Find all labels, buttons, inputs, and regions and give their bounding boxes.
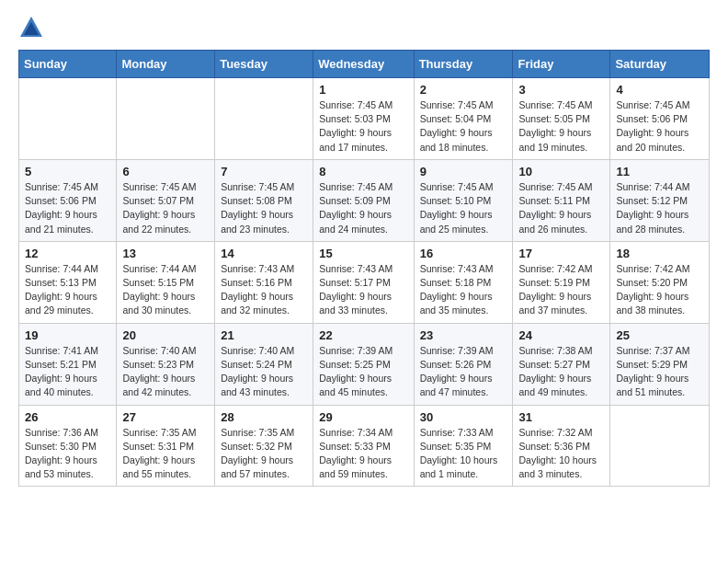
day-detail: Sunrise: 7:35 AM Sunset: 5:32 PM Dayligh… bbox=[221, 426, 307, 482]
day-detail: Sunrise: 7:45 AM Sunset: 5:05 PM Dayligh… bbox=[518, 98, 604, 155]
calendar-cell: 1Sunrise: 7:45 AM Sunset: 5:03 PM Daylig… bbox=[313, 78, 414, 160]
day-number: 22 bbox=[319, 328, 407, 342]
calendar-cell: 18Sunrise: 7:42 AM Sunset: 5:20 PM Dayli… bbox=[610, 241, 710, 323]
day-number: 6 bbox=[122, 165, 209, 178]
logo-icon bbox=[18, 15, 44, 40]
day-detail: Sunrise: 7:40 AM Sunset: 5:24 PM Dayligh… bbox=[221, 344, 307, 400]
day-number: 25 bbox=[616, 328, 703, 342]
day-detail: Sunrise: 7:39 AM Sunset: 5:26 PM Dayligh… bbox=[420, 344, 507, 400]
day-number: 8 bbox=[319, 165, 407, 178]
day-number: 26 bbox=[25, 410, 110, 424]
day-number: 31 bbox=[518, 410, 604, 424]
calendar-cell: 3Sunrise: 7:45 AM Sunset: 5:05 PM Daylig… bbox=[513, 78, 610, 160]
logo-block bbox=[18, 15, 46, 40]
day-number: 21 bbox=[221, 328, 307, 342]
day-number: 18 bbox=[616, 247, 703, 260]
calendar-cell: 15Sunrise: 7:43 AM Sunset: 5:17 PM Dayli… bbox=[313, 241, 414, 323]
day-detail: Sunrise: 7:40 AM Sunset: 5:23 PM Dayligh… bbox=[122, 344, 209, 400]
calendar-week-5: 26Sunrise: 7:36 AM Sunset: 5:30 PM Dayli… bbox=[19, 405, 710, 487]
calendar-cell: 16Sunrise: 7:43 AM Sunset: 5:18 PM Dayli… bbox=[414, 241, 513, 323]
calendar-cell: 24Sunrise: 7:38 AM Sunset: 5:27 PM Dayli… bbox=[513, 323, 610, 405]
calendar-cell: 27Sunrise: 7:35 AM Sunset: 5:31 PM Dayli… bbox=[117, 405, 215, 487]
calendar-cell: 28Sunrise: 7:35 AM Sunset: 5:32 PM Dayli… bbox=[215, 405, 313, 487]
calendar-cell: 7Sunrise: 7:45 AM Sunset: 5:08 PM Daylig… bbox=[215, 159, 313, 241]
calendar-cell: 17Sunrise: 7:42 AM Sunset: 5:19 PM Dayli… bbox=[513, 241, 610, 323]
calendar-cell: 4Sunrise: 7:45 AM Sunset: 5:06 PM Daylig… bbox=[610, 78, 710, 160]
weekday-header-wednesday: Wednesday bbox=[313, 51, 414, 78]
day-detail: Sunrise: 7:32 AM Sunset: 5:36 PM Dayligh… bbox=[518, 426, 604, 482]
day-detail: Sunrise: 7:38 AM Sunset: 5:27 PM Dayligh… bbox=[518, 344, 604, 400]
calendar-week-4: 19Sunrise: 7:41 AM Sunset: 5:21 PM Dayli… bbox=[19, 323, 710, 405]
calendar-week-3: 12Sunrise: 7:44 AM Sunset: 5:13 PM Dayli… bbox=[19, 241, 710, 323]
weekday-header-thursday: Thursday bbox=[414, 51, 513, 78]
calendar-cell: 10Sunrise: 7:45 AM Sunset: 5:11 PM Dayli… bbox=[513, 159, 610, 241]
day-number: 11 bbox=[616, 165, 703, 178]
weekday-header-sunday: Sunday bbox=[19, 51, 117, 78]
day-detail: Sunrise: 7:45 AM Sunset: 5:10 PM Dayligh… bbox=[420, 180, 507, 236]
weekday-header-row: SundayMondayTuesdayWednesdayThursdayFrid… bbox=[19, 51, 710, 78]
day-detail: Sunrise: 7:43 AM Sunset: 5:16 PM Dayligh… bbox=[221, 262, 307, 318]
day-number: 9 bbox=[420, 165, 507, 178]
day-detail: Sunrise: 7:44 AM Sunset: 5:15 PM Dayligh… bbox=[122, 262, 209, 318]
logo bbox=[18, 15, 46, 40]
day-number: 19 bbox=[25, 328, 110, 342]
day-detail: Sunrise: 7:41 AM Sunset: 5:21 PM Dayligh… bbox=[25, 344, 110, 400]
day-detail: Sunrise: 7:35 AM Sunset: 5:31 PM Dayligh… bbox=[122, 426, 209, 482]
calendar-cell: 23Sunrise: 7:39 AM Sunset: 5:26 PM Dayli… bbox=[414, 323, 513, 405]
day-detail: Sunrise: 7:44 AM Sunset: 5:12 PM Dayligh… bbox=[616, 180, 703, 236]
day-detail: Sunrise: 7:37 AM Sunset: 5:29 PM Dayligh… bbox=[616, 344, 703, 400]
calendar-cell: 14Sunrise: 7:43 AM Sunset: 5:16 PM Dayli… bbox=[215, 241, 313, 323]
weekday-header-monday: Monday bbox=[117, 51, 215, 78]
day-detail: Sunrise: 7:45 AM Sunset: 5:06 PM Dayligh… bbox=[616, 98, 703, 155]
calendar-cell bbox=[19, 78, 117, 160]
day-detail: Sunrise: 7:45 AM Sunset: 5:03 PM Dayligh… bbox=[319, 98, 407, 155]
day-number: 28 bbox=[221, 410, 307, 424]
day-number: 7 bbox=[221, 165, 307, 178]
calendar-week-1: 1Sunrise: 7:45 AM Sunset: 5:03 PM Daylig… bbox=[19, 78, 710, 160]
calendar-cell: 26Sunrise: 7:36 AM Sunset: 5:30 PM Dayli… bbox=[19, 405, 117, 487]
calendar-cell: 6Sunrise: 7:45 AM Sunset: 5:07 PM Daylig… bbox=[117, 159, 215, 241]
calendar-cell: 5Sunrise: 7:45 AM Sunset: 5:06 PM Daylig… bbox=[19, 159, 117, 241]
day-detail: Sunrise: 7:34 AM Sunset: 5:33 PM Dayligh… bbox=[319, 426, 407, 482]
day-number: 20 bbox=[122, 328, 209, 342]
day-detail: Sunrise: 7:45 AM Sunset: 5:07 PM Dayligh… bbox=[122, 180, 209, 236]
calendar-cell: 11Sunrise: 7:44 AM Sunset: 5:12 PM Dayli… bbox=[610, 159, 710, 241]
day-detail: Sunrise: 7:33 AM Sunset: 5:35 PM Dayligh… bbox=[420, 426, 507, 482]
day-number: 2 bbox=[420, 83, 507, 97]
day-detail: Sunrise: 7:45 AM Sunset: 5:09 PM Dayligh… bbox=[319, 180, 407, 236]
day-detail: Sunrise: 7:42 AM Sunset: 5:19 PM Dayligh… bbox=[518, 262, 604, 318]
calendar-cell: 21Sunrise: 7:40 AM Sunset: 5:24 PM Dayli… bbox=[215, 323, 313, 405]
calendar-table: SundayMondayTuesdayWednesdayThursdayFrid… bbox=[18, 50, 710, 487]
day-detail: Sunrise: 7:43 AM Sunset: 5:18 PM Dayligh… bbox=[420, 262, 507, 318]
day-number: 24 bbox=[518, 328, 604, 342]
day-detail: Sunrise: 7:45 AM Sunset: 5:08 PM Dayligh… bbox=[221, 180, 307, 236]
day-number: 10 bbox=[518, 165, 604, 178]
day-detail: Sunrise: 7:45 AM Sunset: 5:06 PM Dayligh… bbox=[25, 180, 110, 236]
day-number: 5 bbox=[25, 165, 110, 178]
calendar-cell: 29Sunrise: 7:34 AM Sunset: 5:33 PM Dayli… bbox=[313, 405, 414, 487]
day-number: 27 bbox=[122, 410, 209, 424]
day-detail: Sunrise: 7:36 AM Sunset: 5:30 PM Dayligh… bbox=[25, 426, 110, 482]
weekday-header-tuesday: Tuesday bbox=[215, 51, 313, 78]
calendar-cell: 12Sunrise: 7:44 AM Sunset: 5:13 PM Dayli… bbox=[19, 241, 117, 323]
logo-row bbox=[18, 15, 46, 40]
day-number: 23 bbox=[420, 328, 507, 342]
day-detail: Sunrise: 7:44 AM Sunset: 5:13 PM Dayligh… bbox=[25, 262, 110, 318]
day-detail: Sunrise: 7:39 AM Sunset: 5:25 PM Dayligh… bbox=[319, 344, 407, 400]
day-detail: Sunrise: 7:43 AM Sunset: 5:17 PM Dayligh… bbox=[319, 262, 407, 318]
day-number: 4 bbox=[616, 83, 703, 97]
day-number: 3 bbox=[518, 83, 604, 97]
day-number: 13 bbox=[122, 247, 209, 260]
day-number: 30 bbox=[420, 410, 507, 424]
calendar-week-2: 5Sunrise: 7:45 AM Sunset: 5:06 PM Daylig… bbox=[19, 159, 710, 241]
weekday-header-friday: Friday bbox=[513, 51, 610, 78]
day-number: 29 bbox=[319, 410, 407, 424]
day-number: 15 bbox=[319, 247, 407, 260]
calendar-cell: 22Sunrise: 7:39 AM Sunset: 5:25 PM Dayli… bbox=[313, 323, 414, 405]
calendar-cell: 13Sunrise: 7:44 AM Sunset: 5:15 PM Dayli… bbox=[117, 241, 215, 323]
day-number: 16 bbox=[420, 247, 507, 260]
day-number: 17 bbox=[518, 247, 604, 260]
calendar-cell: 19Sunrise: 7:41 AM Sunset: 5:21 PM Dayli… bbox=[19, 323, 117, 405]
calendar-cell bbox=[215, 78, 313, 160]
day-number: 12 bbox=[25, 247, 110, 260]
